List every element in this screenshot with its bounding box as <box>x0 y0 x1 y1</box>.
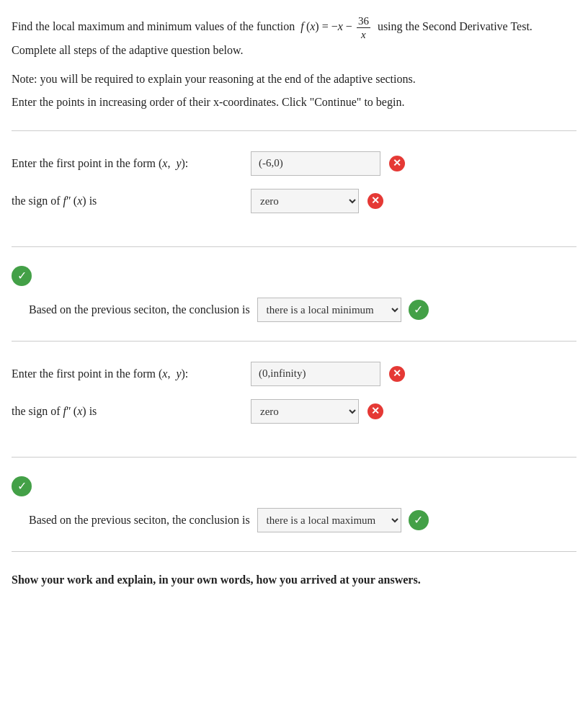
instruction-text: Enter the points in increasing order of … <box>12 96 576 109</box>
show-work: Show your work and explain, in your own … <box>12 574 576 586</box>
conclusion-select-1[interactable]: there is a local minimum there is a loca… <box>257 298 401 322</box>
point-error-icon-2: ✕ <box>389 366 405 382</box>
problem-intro: Find the local maximum and minimum value… <box>12 20 295 32</box>
point-input-2[interactable] <box>251 362 380 386</box>
divider-3 <box>12 341 576 342</box>
success-icon-1: ✓ <box>12 266 32 286</box>
point-error-icon-1: ✕ <box>389 156 405 171</box>
section-2: Enter the first point in the form (x, y)… <box>12 354 576 444</box>
conclusion-label-1: Based on the previous seciton, the concl… <box>29 303 250 316</box>
divider-4 <box>12 457 576 458</box>
divider-2 <box>12 246 576 247</box>
check-1: ✓ <box>12 260 576 292</box>
problem-statement: Find the local maximum and minimum value… <box>12 14 576 60</box>
sign-row-2: the sign of f″ (x) is zero positive nega… <box>12 399 576 424</box>
point-row-2: Enter the first point in the form (x, y)… <box>12 362 576 386</box>
conclusion-select-2[interactable]: there is a local minimum there is a loca… <box>257 508 401 532</box>
sign-row-1: the sign of f″ (x) is zero positive nega… <box>12 189 576 213</box>
conclusion-success-icon-1: ✓ <box>409 300 429 320</box>
sign-error-icon-2: ✕ <box>368 403 383 419</box>
point-input-1[interactable] <box>251 151 380 176</box>
sign-select-2[interactable]: zero positive negative <box>251 399 359 424</box>
sign-label-1: the sign of f″ (x) is <box>12 195 242 207</box>
conclusion-row-2: Based on the previous seciton, the concl… <box>12 502 576 538</box>
conclusion-success-icon-2: ✓ <box>409 510 429 530</box>
point-row-1: Enter the first point in the form (x, y)… <box>12 151 576 176</box>
function-math: f (x) = −x − 36x <box>298 20 375 32</box>
sign-label-2: the sign of f″ (x) is <box>12 405 242 418</box>
success-icon-2: ✓ <box>12 476 32 496</box>
check-2: ✓ <box>12 470 576 502</box>
divider-1 <box>12 130 576 131</box>
conclusion-row-1: Based on the previous seciton, the concl… <box>12 292 576 328</box>
divider-5 <box>12 551 576 552</box>
conclusion-label-2: Based on the previous seciton, the concl… <box>29 514 250 527</box>
section-1: Enter the first point in the form (x, y)… <box>12 144 576 233</box>
sign-error-icon-1: ✕ <box>368 193 383 209</box>
point-label-2: Enter the first point in the form (x, y)… <box>12 367 242 380</box>
point-label-1: Enter the first point in the form (x, y)… <box>12 157 242 170</box>
note-text: Note: you will be required to explain yo… <box>12 73 576 86</box>
sign-select-1[interactable]: zero positive negative <box>251 189 359 213</box>
